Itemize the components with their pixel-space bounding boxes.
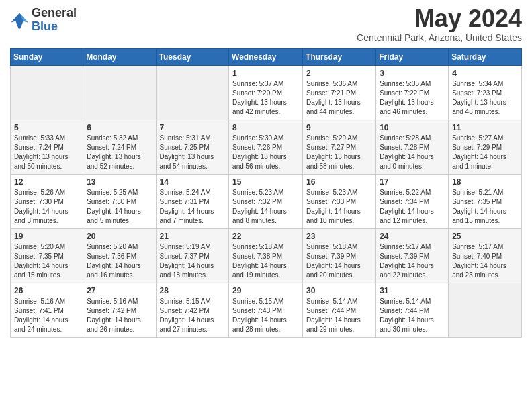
calendar-cell: 20Sunrise: 5:20 AMSunset: 7:36 PMDayligh… [83,229,156,283]
day-number: 19 [14,232,79,241]
day-header-thursday: Thursday [303,49,376,66]
day-info-line: Sunset: 7:28 PM [380,143,445,152]
day-info-line: and 46 minutes. [380,107,445,117]
day-header-monday: Monday [83,49,156,66]
day-info-line: Sunset: 7:39 PM [380,252,445,261]
day-number: 1 [232,68,299,78]
day-info-line: Daylight: 14 hours [232,316,299,325]
day-number: 23 [306,232,372,241]
day-info-line: Daylight: 14 hours [306,316,372,325]
day-header-friday: Friday [376,49,449,66]
calendar-week-row: 12Sunrise: 5:26 AMSunset: 7:30 PMDayligh… [11,175,522,229]
day-info-line: Sunrise: 5:23 AM [306,188,372,197]
day-info-line: and 23 minutes. [452,271,518,280]
day-info-line: Sunset: 7:43 PM [232,306,299,316]
day-info-line: and 29 minutes. [306,325,372,334]
day-info-line: Sunset: 7:42 PM [160,306,226,316]
day-info-line: Sunset: 7:30 PM [14,197,79,207]
calendar-cell: 10Sunrise: 5:28 AMSunset: 7:28 PMDayligh… [376,120,449,175]
calendar-cell: 27Sunrise: 5:16 AMSunset: 7:42 PMDayligh… [83,283,156,338]
day-number: 21 [160,232,226,241]
calendar-cell: 25Sunrise: 5:17 AMSunset: 7:40 PMDayligh… [449,229,522,283]
day-info-line: Daylight: 14 hours [452,261,518,271]
day-info-line: Daylight: 14 hours [87,207,152,216]
day-info-line: and 26 minutes. [87,325,152,334]
calendar-cell [83,66,156,120]
day-info-line: and 10 minutes. [306,216,372,226]
day-number: 24 [380,232,445,241]
day-number: 15 [232,177,299,187]
day-info-line: and 54 minutes. [160,162,226,171]
calendar-cell: 9Sunrise: 5:29 AMSunset: 7:27 PMDaylight… [303,120,376,175]
calendar-cell: 1Sunrise: 5:37 AMSunset: 7:20 PMDaylight… [229,66,303,120]
day-number: 18 [452,177,518,187]
calendar-header: SundayMondayTuesdayWednesdayThursdayFrid… [11,49,522,66]
day-info-line: Sunrise: 5:26 AM [14,188,79,197]
day-info-line: Sunset: 7:25 PM [160,143,226,152]
day-info-line: Sunrise: 5:23 AM [232,188,299,197]
day-info-line: Sunrise: 5:18 AM [232,242,299,252]
calendar-cell [449,283,522,338]
day-info-line: and 56 minutes. [232,162,299,171]
day-header-wednesday: Wednesday [229,49,303,66]
calendar-cell: 4Sunrise: 5:34 AMSunset: 7:23 PMDaylight… [449,66,522,120]
day-info-line: Sunrise: 5:31 AM [160,134,226,143]
logo-general: General [32,7,77,20]
calendar-cell: 11Sunrise: 5:27 AMSunset: 7:29 PMDayligh… [449,120,522,175]
day-info-line: Daylight: 14 hours [232,261,299,271]
day-info-line: Sunrise: 5:34 AM [452,79,518,89]
day-number: 13 [87,177,152,187]
day-info-line: Daylight: 13 hours [87,152,152,162]
calendar-table: SundayMondayTuesdayWednesdayThursdayFrid… [10,48,522,338]
day-info-line: Daylight: 13 hours [452,98,518,107]
day-info-line: Daylight: 14 hours [452,152,518,162]
day-number: 22 [232,232,299,241]
day-info-line: Sunrise: 5:15 AM [232,297,299,306]
day-info-line: Sunset: 7:37 PM [160,252,226,261]
day-number: 20 [87,232,152,241]
calendar-cell: 7Sunrise: 5:31 AMSunset: 7:25 PMDaylight… [156,120,229,175]
day-info-line: Sunrise: 5:17 AM [380,242,445,252]
day-info-line: Daylight: 13 hours [14,152,79,162]
location-subtitle: Centennial Park, Arizona, United States [357,32,522,43]
day-info-line: Sunrise: 5:18 AM [306,242,372,252]
day-info-line: Daylight: 13 hours [306,98,372,107]
day-info-line: and 15 minutes. [14,271,79,280]
day-header-tuesday: Tuesday [156,49,229,66]
day-info-line: Daylight: 13 hours [232,98,299,107]
calendar-cell: 30Sunrise: 5:14 AMSunset: 7:44 PMDayligh… [303,283,376,338]
calendar-cell: 31Sunrise: 5:14 AMSunset: 7:44 PMDayligh… [376,283,449,338]
day-info-line: and 28 minutes. [232,325,299,334]
day-number: 29 [232,286,299,295]
day-number: 11 [452,123,518,132]
day-info-line: Sunrise: 5:20 AM [87,242,152,252]
day-info-line: Daylight: 14 hours [306,261,372,271]
calendar-week-row: 1Sunrise: 5:37 AMSunset: 7:20 PMDaylight… [11,66,522,120]
day-info-line: Daylight: 14 hours [306,207,372,216]
day-info-line: and 7 minutes. [160,216,226,226]
day-info-line: Daylight: 14 hours [232,207,299,216]
day-number: 25 [452,232,518,241]
day-number: 28 [160,286,226,295]
logo-bird-icon [10,11,29,30]
day-info-line: Sunset: 7:36 PM [87,252,152,261]
day-info-line: Sunset: 7:31 PM [160,197,226,207]
day-info-line: and 5 minutes. [87,216,152,226]
day-number: 16 [306,177,372,187]
title-block: May 2024 Centennial Park, Arizona, Unite… [357,7,522,43]
day-info-line: Daylight: 14 hours [14,316,79,325]
logo-blue: Blue [32,20,77,34]
day-info-line: Sunrise: 5:33 AM [14,134,79,143]
day-info-line: and 50 minutes. [14,162,79,171]
day-info-line: Sunrise: 5:35 AM [380,79,445,89]
day-info-line: and 30 minutes. [380,325,445,334]
day-info-line: Sunset: 7:33 PM [306,197,372,207]
day-number: 27 [87,286,152,295]
day-info-line: Daylight: 14 hours [14,207,79,216]
day-info-line: and 42 minutes. [232,107,299,117]
day-header-sunday: Sunday [11,49,83,66]
day-info-line: Sunset: 7:20 PM [232,89,299,98]
day-number: 30 [306,286,372,295]
day-header-saturday: Saturday [449,49,522,66]
calendar-cell: 13Sunrise: 5:25 AMSunset: 7:30 PMDayligh… [83,175,156,229]
